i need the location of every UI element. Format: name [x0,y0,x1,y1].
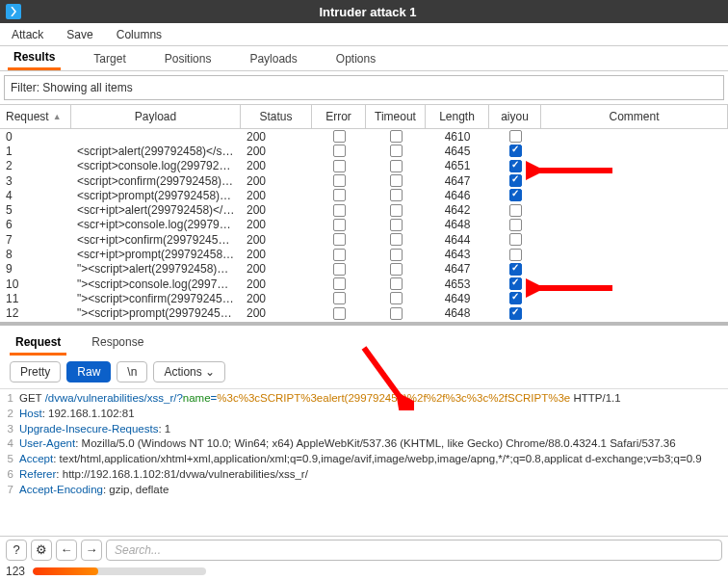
arrow-left-icon[interactable]: ← [56,540,77,561]
checkbox-icon[interactable] [390,292,403,304]
checkbox-icon[interactable] [333,249,346,261]
checkbox-icon[interactable] [333,307,346,320]
checkbox-icon[interactable] [390,277,403,290]
cell-request: 12 [0,306,71,320]
status-bar: 123 [0,563,728,580]
table-row[interactable]: 02004610 [0,129,728,144]
cell-aiyou [489,130,541,143]
checkbox-icon[interactable] [333,160,346,172]
actions-dropdown[interactable]: Actions ⌄ [153,361,225,382]
window-title: Intruder attack 1 [29,5,707,19]
col-error[interactable]: Error [312,105,366,128]
tab-target[interactable]: Target [88,48,131,69]
table-row[interactable]: 12"><script>prompt(299792458)...2004648 [0,306,728,321]
help-icon[interactable]: ? [6,540,27,561]
col-status[interactable]: Status [241,105,312,128]
checkbox-icon[interactable] [509,160,522,172]
pane-tab-request[interactable]: Request [10,331,66,356]
checkbox-icon[interactable] [509,292,522,304]
table-row[interactable]: 6<scr+ipt>console.log(2997924...2004648 [0,218,728,232]
checkbox-icon[interactable] [390,189,403,201]
checkbox-icon[interactable] [333,189,346,201]
cell-status: 200 [241,306,312,320]
checkbox-icon[interactable] [509,277,522,290]
checkbox-icon[interactable] [509,233,522,246]
checkbox-icon[interactable] [390,145,403,157]
checkbox-icon[interactable] [390,233,403,246]
table-row[interactable]: 5<scr+ipt>alert(299792458)</sc...2004642 [0,202,728,217]
checkbox-icon[interactable] [509,263,522,276]
table-row[interactable]: 2<script>console.log(29979245...2004651 [0,159,728,173]
checkbox-icon[interactable] [390,160,403,172]
newline-button[interactable]: \n [117,361,147,382]
checkbox-icon[interactable] [509,307,522,320]
table-row[interactable]: 10"><script>console.log(299792...2004653 [0,277,728,291]
cell-timeout [366,292,426,304]
table-row[interactable]: 7<scr+ipt>confirm(299792458)<...2004644 [0,232,728,247]
table-row[interactable]: 11"><script>confirm(299792458)...2004649 [0,291,728,305]
cell-status: 200 [241,203,312,217]
request-body[interactable]: 1GET /dvwa/vulnerabilities/xss_r/?name=%… [0,389,728,504]
checkbox-icon[interactable] [509,130,522,143]
col-timeout[interactable]: Timeout [366,105,426,128]
checkbox-icon[interactable] [390,130,403,143]
cell-error [312,174,366,187]
col-aiyou[interactable]: aiyou [489,105,541,128]
checkbox-icon[interactable] [333,130,346,143]
checkbox-icon[interactable] [333,219,346,231]
checkbox-icon[interactable] [390,174,403,187]
cell-error [312,130,366,143]
checkbox-icon[interactable] [509,145,522,157]
checkbox-icon[interactable] [509,174,522,187]
checkbox-icon[interactable] [390,307,403,320]
menu-save[interactable]: Save [63,26,96,43]
table-row[interactable]: 3<script>confirm(299792458)</s...2004647 [0,173,728,188]
checkbox-icon[interactable] [333,204,346,217]
checkbox-icon[interactable] [390,219,403,231]
table-row[interactable]: 9"><script>alert(299792458)</s...2004647 [0,262,728,277]
tab-results[interactable]: Results [8,46,61,70]
cell-aiyou [489,219,541,231]
table-row[interactable]: 4<script>prompt(299792458)</s...2004646 [0,188,728,202]
col-length[interactable]: Length [426,105,489,128]
checkbox-icon[interactable] [390,204,403,217]
cell-length: 4645 [426,145,489,158]
checkbox-icon[interactable] [333,174,346,187]
checkbox-icon[interactable] [390,249,403,261]
pane-tab-response[interactable]: Response [86,331,149,356]
table-row[interactable]: 13"><script>alert(299792458)</s...200464… [0,321,728,322]
arrow-right-icon[interactable]: → [81,540,102,561]
col-comment[interactable]: Comment [541,105,728,128]
checkbox-icon[interactable] [509,204,522,217]
pretty-button[interactable]: Pretty [10,361,61,382]
tab-positions[interactable]: Positions [159,48,218,69]
checkbox-icon[interactable] [509,189,522,201]
table-row[interactable]: 1<script>alert(299792458)</scri...200464… [0,144,728,158]
checkbox-icon[interactable] [390,263,403,276]
cell-length: 4610 [426,130,489,144]
filter-input[interactable]: Filter: Showing all items [4,75,724,100]
cell-status: 200 [241,233,312,247]
tab-payloads[interactable]: Payloads [244,48,302,69]
checkbox-icon[interactable] [333,292,346,304]
col-payload[interactable]: Payload [71,105,241,128]
cell-length: 4648 [426,218,489,231]
checkbox-icon[interactable] [509,249,522,261]
tab-options[interactable]: Options [330,48,381,69]
cell-length: 4643 [426,248,489,261]
checkbox-icon[interactable] [509,219,522,231]
checkbox-icon[interactable] [333,145,346,157]
checkbox-icon[interactable] [333,263,346,276]
checkbox-icon[interactable] [333,233,346,246]
cell-error [312,263,366,276]
cell-error [312,145,366,157]
raw-button[interactable]: Raw [66,361,111,382]
table-row[interactable]: 8<scr+ipt>prompt(299792458)</...2004643 [0,247,728,261]
col-request[interactable]: Request▲ [0,105,71,128]
menu-attack[interactable]: Attack [8,26,47,43]
search-input[interactable]: Search... [106,540,722,561]
gear-icon[interactable]: ⚙ [31,540,52,561]
menu-columns[interactable]: Columns [113,26,166,43]
checkbox-icon[interactable] [333,277,346,290]
cell-request: 10 [0,277,71,291]
